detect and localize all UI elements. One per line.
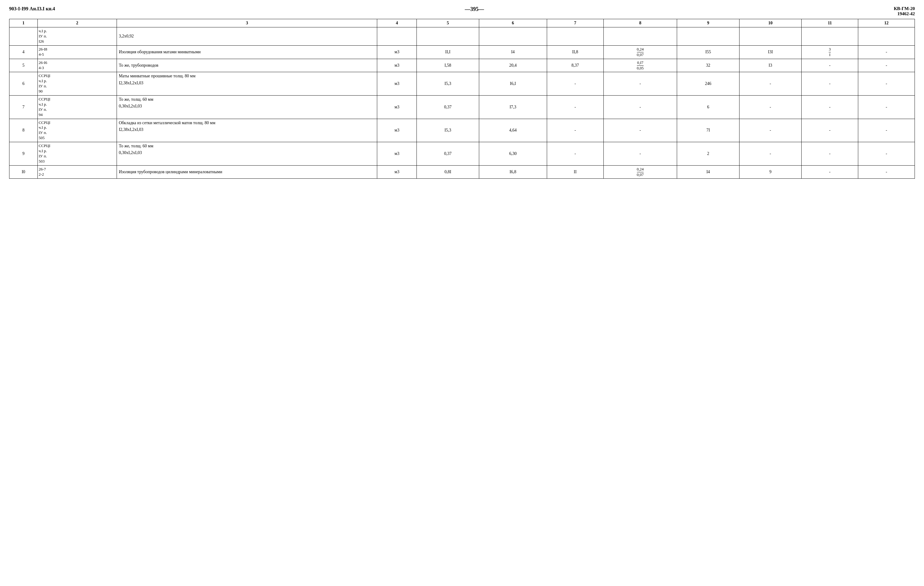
row5-col9: 32 xyxy=(677,59,739,72)
row6-col6: I6,I xyxy=(479,72,547,96)
row7-desc: То же, толщ. 60 мм 0,30хI,2хI,03 xyxy=(117,95,377,119)
col-header-6: 6 xyxy=(479,19,547,27)
row8-num: 8 xyxy=(10,119,38,142)
row5-col11: - xyxy=(802,59,858,72)
row6-col12: - xyxy=(858,72,915,96)
row4-col5: II,I xyxy=(417,45,479,59)
row6-unit: м3 xyxy=(377,72,417,96)
intro-col7 xyxy=(547,27,604,46)
row5-col7: 8,37 xyxy=(547,59,604,72)
row7-col12: - xyxy=(858,95,915,119)
row5-col8: 0,I7 0,05 xyxy=(604,59,677,72)
intro-col8 xyxy=(604,27,677,46)
col-header-4: 4 xyxy=(377,19,417,27)
row4-col7: II,8 xyxy=(547,45,604,59)
page-header: 903-I-I99 Ан.I3.I кн.4 —395— КВ-ГМ-20 19… xyxy=(9,6,915,17)
intro-row: ч.I р. IУ п. I26 3,2х0,92 xyxy=(10,27,915,46)
row10-num: I0 xyxy=(10,165,38,179)
row8-col12: - xyxy=(858,119,915,142)
row10-col7: II xyxy=(547,165,604,179)
row7-col8: - xyxy=(604,95,677,119)
row7-col6: I7,3 xyxy=(479,95,547,119)
row5-code: 26-I6 4-3 xyxy=(38,59,117,72)
row7-col10: - xyxy=(739,95,801,119)
row6-col9: 246 xyxy=(677,72,739,96)
row10-col8: 0,24 0,07 xyxy=(604,165,677,179)
intro-col12 xyxy=(858,27,915,46)
row4-col11: 3 I xyxy=(802,45,858,59)
row9-num: 9 xyxy=(10,142,38,166)
col-header-5: 5 xyxy=(417,19,479,27)
row8-col7: - xyxy=(547,119,604,142)
table-header-row: 1 2 3 4 5 6 7 8 9 10 11 12 xyxy=(10,19,915,27)
row4-unit: м3 xyxy=(377,45,417,59)
col-header-9: 9 xyxy=(677,19,739,27)
row8-col11: - xyxy=(802,119,858,142)
row9-col5: 0,37 xyxy=(417,142,479,166)
row8-desc: Обкладка из сетки металлической матов то… xyxy=(117,119,377,142)
table-row: 8 ССРЦI ч.I р. IУ п. 505 Обкладка из сет… xyxy=(10,119,915,142)
page-number: —395— xyxy=(465,6,484,13)
row7-col7: - xyxy=(547,95,604,119)
row7-unit: м3 xyxy=(377,95,417,119)
row9-col11: - xyxy=(802,142,858,166)
doc-number: 903-I-I99 Ан.I3.I кн.4 xyxy=(9,6,55,12)
row5-desc: То же, трубопроводов xyxy=(117,59,377,72)
row8-col8: - xyxy=(604,119,677,142)
intro-col10 xyxy=(739,27,801,46)
row5-unit: м3 xyxy=(377,59,417,72)
row4-col6: I4 xyxy=(479,45,547,59)
col-header-8: 8 xyxy=(604,19,677,27)
col-header-3: 3 xyxy=(117,19,377,27)
row8-code: ССРЦI ч.I р. IУ п. 505 xyxy=(38,119,117,142)
row10-col9: I4 xyxy=(677,165,739,179)
row4-col9: I55 xyxy=(677,45,739,59)
row4-num: 4 xyxy=(10,45,38,59)
row7-col9: 6 xyxy=(677,95,739,119)
row9-col12: - xyxy=(858,142,915,166)
intro-col9 xyxy=(677,27,739,46)
row6-desc: Маты минватные прошивные толщ. 80 мм I2,… xyxy=(117,72,377,96)
row10-col6: I6,8 xyxy=(479,165,547,179)
row9-col10: - xyxy=(739,142,801,166)
table-row: 7 ССРЦI ч.I р. IУ п. 94 То же, толщ. 60 … xyxy=(10,95,915,119)
row10-unit: м3 xyxy=(377,165,417,179)
col-header-10: 10 xyxy=(739,19,801,27)
row4-desc: Изоляция оборудования матами минватными xyxy=(117,45,377,59)
table-row: 9 ССРЦI ч.I р. IУ п. 503 То же, толщ. 60… xyxy=(10,142,915,166)
col-header-7: 7 xyxy=(547,19,604,27)
row6-num: 6 xyxy=(10,72,38,96)
intro-col1 xyxy=(10,27,38,46)
intro-col3: 3,2х0,92 xyxy=(117,27,377,46)
row6-col11: - xyxy=(802,72,858,96)
main-table: 1 2 3 4 5 6 7 8 9 10 11 12 ч.I р. IУ п. … xyxy=(9,19,915,179)
row5-col5: I,58 xyxy=(417,59,479,72)
row6-col5: I5,3 xyxy=(417,72,479,96)
row6-col7: - xyxy=(547,72,604,96)
row5-col10: I3 xyxy=(739,59,801,72)
row5-col12: - xyxy=(858,59,915,72)
row10-code: 26-7 2-2 xyxy=(38,165,117,179)
row5-num: 5 xyxy=(10,59,38,72)
row6-col8: - xyxy=(604,72,677,96)
intro-col11 xyxy=(802,27,858,46)
row5-col6: 20,4 xyxy=(479,59,547,72)
row10-col10: 9 xyxy=(739,165,801,179)
row10-col12: - xyxy=(858,165,915,179)
row7-col5: 0,37 xyxy=(417,95,479,119)
row4-col8: 0,24 0,07 xyxy=(604,45,677,59)
col-header-11: 11 xyxy=(802,19,858,27)
col-header-2: 2 xyxy=(38,19,117,27)
doc-code: КВ-ГМ-20 19462-42 xyxy=(894,6,915,17)
row6-col10: - xyxy=(739,72,801,96)
row7-num: 7 xyxy=(10,95,38,119)
row10-desc: Изоляция трубопроводов цилиндрами минера… xyxy=(117,165,377,179)
row9-desc: То же, толщ. 60 мм 0,30хI,2хI,03 xyxy=(117,142,377,166)
intro-col4 xyxy=(377,27,417,46)
col-header-12: 12 xyxy=(858,19,915,27)
row8-col5: I5,3 xyxy=(417,119,479,142)
row7-col11: - xyxy=(802,95,858,119)
row9-col8: - xyxy=(604,142,677,166)
row6-code: ССРЦI ч.I р. IУ п. 90 xyxy=(38,72,117,96)
row10-col5: 0,8I xyxy=(417,165,479,179)
